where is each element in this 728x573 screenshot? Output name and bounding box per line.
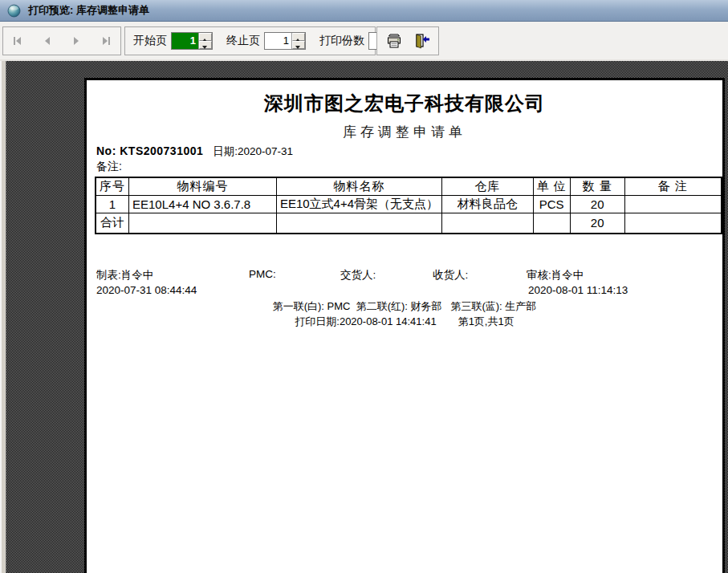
document-page: 深圳市图之宏电子科技有限公司 库存调整申请单 No: KTS200731001 … (84, 78, 725, 573)
first-page-icon (10, 34, 25, 48)
table-total-row: 合计 20 (96, 213, 722, 234)
globe-icon (7, 4, 21, 18)
header-material-code: 物料编号 (129, 177, 277, 195)
cell-qty: 20 (570, 195, 624, 213)
end-page-label: 终止页 (226, 34, 260, 48)
page-nav-group (2, 26, 121, 55)
preview-left-edge (0, 61, 6, 573)
exit-button[interactable] (410, 30, 433, 52)
signature-line: 制表:肖令中 PMC: 交货人: 收货人: 审核:肖令中 (87, 268, 713, 281)
header-qty: 数 量 (570, 177, 624, 195)
print-date-line: 打印日期:2020-08-01 14:41:41 第1页,共1页 (92, 315, 718, 329)
total-label: 合计 (96, 213, 129, 234)
table-row: 1 EE10L4+4 NO 3.6.7.8 EE10立式4+4骨架（无支点） 材… (96, 195, 722, 213)
window-titlebar: 打印预览: 库存调整申请单 (0, 0, 728, 22)
last-page-button[interactable] (96, 30, 116, 51)
cell-warehouse: 材料良品仓 (442, 195, 534, 213)
header-warehouse: 仓库 (442, 177, 534, 195)
prev-page-icon (40, 34, 55, 48)
header-remark: 备 注 (624, 177, 722, 195)
header-unit: 单 位 (533, 177, 570, 195)
company-name: 深圳市图之宏电子科技有限公司 (92, 91, 718, 116)
actions-group (376, 26, 439, 55)
end-page-down-button[interactable] (292, 41, 305, 49)
next-page-button[interactable] (66, 30, 87, 51)
next-page-icon (69, 34, 83, 48)
document-number-line: No: KTS200731001 日期:2020-07-31 (96, 144, 293, 159)
cell-seq: 1 (96, 195, 129, 213)
last-page-icon (99, 34, 113, 48)
end-page-spinner[interactable]: 1 (264, 32, 306, 50)
exit-door-icon (412, 31, 431, 51)
end-page-value[interactable]: 1 (265, 33, 291, 49)
header-seq: 序号 (96, 177, 129, 195)
printer-icon (384, 31, 404, 51)
page-range-group: 开始页 1 终止页 1 打印份数 1 (124, 26, 376, 55)
start-page-label: 开始页 (133, 34, 167, 48)
maker-label: 制表:肖令中 (96, 268, 153, 282)
start-page-up-button[interactable] (199, 33, 212, 41)
cell-unit: PCS (533, 195, 570, 213)
start-page-value[interactable]: 1 (172, 33, 198, 49)
prev-page-button[interactable] (37, 30, 58, 51)
maker-time: 2020-07-31 08:44:44 (96, 284, 197, 296)
start-page-down-button[interactable] (199, 41, 212, 49)
pmc-label: PMC: (249, 268, 276, 280)
document-date: 日期:2020-07-31 (213, 144, 293, 159)
audit-time: 2020-08-01 11:14:13 (528, 284, 628, 296)
window-title: 打印预览: 库存调整申请单 (28, 3, 149, 18)
receiver-label: 收货人: (433, 268, 468, 282)
items-table: 序号 物料编号 物料名称 仓库 单 位 数 量 备 注 1 EE10L4+4 N… (95, 177, 722, 234)
signature-times: 2020-07-31 08:44:44 2020-08-01 11:14:13 (87, 284, 713, 297)
first-page-button[interactable] (7, 30, 28, 51)
header-material-name: 物料名称 (276, 177, 441, 195)
remark-label: 备注: (96, 160, 122, 174)
deliverer-label: 交货人: (340, 268, 376, 282)
cell-remark (624, 195, 722, 213)
copies-distribution-line: 第一联(白): PMC 第二联(红): 财务部 第三联(蓝): 生产部 (92, 299, 718, 314)
print-button[interactable] (383, 30, 405, 52)
end-page-up-button[interactable] (292, 33, 305, 41)
toolbar: 开始页 1 终止页 1 打印份数 1 (0, 22, 728, 61)
page-info: 第1页,共1页 (458, 315, 514, 329)
print-date: 打印日期:2020-08-01 14:41:41 (295, 315, 436, 329)
table-header-row: 序号 物料编号 物料名称 仓库 单 位 数 量 备 注 (96, 177, 722, 195)
start-page-spinner[interactable]: 1 (171, 32, 213, 50)
document-number: No: KTS200731001 (96, 144, 203, 157)
copies-label: 打印份数 (319, 34, 364, 48)
print-preview-area: 深圳市图之宏电子科技有限公司 库存调整申请单 No: KTS200731001 … (0, 61, 728, 573)
auditor-label: 审核:肖令中 (527, 268, 584, 282)
cell-material-name: EE10立式4+4骨架（无支点） (276, 195, 441, 213)
cell-material-code: EE10L4+4 NO 3.6.7.8 (129, 195, 277, 213)
total-qty: 20 (570, 213, 624, 234)
form-title: 库存调整申请单 (92, 123, 718, 141)
